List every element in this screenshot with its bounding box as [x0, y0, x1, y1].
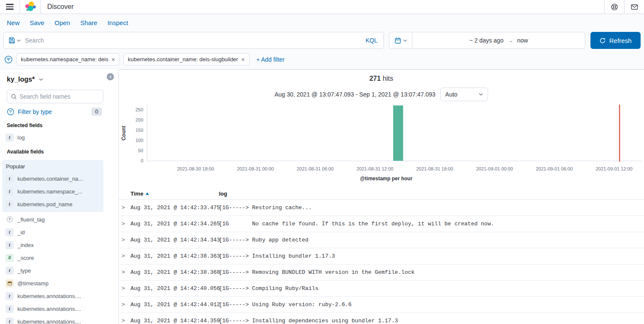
table-row: >Aug 31, 2021 @ 14:42:40.056[1G-----> Co… — [119, 281, 644, 297]
field-item[interactable]: tkubernetes.pod_name — [2, 198, 103, 210]
saved-query-menu-button[interactable] — [4, 32, 25, 48]
field-item[interactable]: tkubernetes.namespace_... — [2, 185, 103, 198]
query-language-button[interactable]: KQL — [360, 37, 383, 44]
field-item[interactable]: tlog — [0, 131, 105, 144]
svg-text:150: 150 — [136, 128, 143, 133]
field-item[interactable]: t_index — [0, 239, 105, 251]
interval-select[interactable]: Auto — [440, 88, 488, 101]
expand-row-button[interactable]: > — [119, 253, 131, 259]
expand-row-button[interactable]: > — [119, 269, 131, 276]
expand-row-button[interactable]: > — [119, 285, 131, 292]
interval-value: Auto — [445, 91, 457, 98]
date-field-type-icon — [6, 279, 14, 287]
field-name: _fluent_tag — [17, 216, 45, 223]
row-log-cell: [1G-----> Installing bundler 1.17.3 — [219, 253, 644, 259]
field-item[interactable]: #_score — [0, 251, 105, 264]
nav-item-new[interactable]: New — [3, 19, 25, 26]
svg-text:2021-08-31 06:00: 2021-08-31 06:00 — [297, 166, 334, 171]
field-name: _score — [17, 255, 34, 261]
time-range-display[interactable]: ~ 2 days ago → now — [412, 32, 585, 48]
help-button[interactable] — [604, 0, 624, 14]
menu-bar: NewSaveOpenShareInspect — [0, 14, 644, 31]
row-log-cell: [1G-----> Installing dependencies using … — [219, 318, 644, 324]
filter-pill[interactable]: kubernetes.container_name: deis-slugbuil… — [123, 53, 250, 65]
filter-in-circle-icon[interactable] — [4, 55, 13, 64]
row-log-cell: [1G-----> Removing BUNDLED WITH version … — [219, 269, 644, 276]
field-item[interactable]: tkubernetes.annotations.... — [0, 302, 105, 315]
filter-by-type-button[interactable]: Filter by type 0 — [7, 108, 102, 116]
table-row: >Aug 31, 2021 @ 14:42:33.475[1G-----> Re… — [119, 200, 644, 216]
log-column-label: log — [219, 190, 227, 197]
time-column-label: Time — [131, 190, 143, 197]
table-header: Time log — [119, 188, 644, 200]
unknown-field-type-icon: ? — [6, 216, 14, 224]
field-name: _id — [17, 229, 25, 236]
collapse-sidebar-button[interactable] — [107, 73, 114, 80]
chevron-down-icon — [17, 39, 21, 42]
string-field-type-icon: t — [6, 175, 14, 183]
field-item[interactable]: tkubernetes.annotations.... — [0, 315, 105, 324]
filter-pill[interactable]: kubernetes.namespace_name: deis× — [16, 53, 120, 65]
nav-item-save[interactable]: Save — [25, 19, 49, 26]
newsfeed-button[interactable] — [624, 0, 644, 14]
quick-select-menu-button[interactable] — [389, 32, 412, 48]
row-time-cell: Aug 31, 2021 @ 14:42:33.475 — [131, 205, 219, 211]
field-name: _type — [17, 267, 31, 274]
discover-panel: 271 hits Aug 30, 2021 @ 13:07:47.093 - S… — [118, 69, 644, 324]
field-search-input[interactable] — [20, 93, 99, 100]
chevron-down-icon — [39, 78, 43, 81]
field-sidebar: ky_logs* Filter by type 0 Selected field… — [0, 69, 105, 324]
remove-filter-icon[interactable]: × — [111, 56, 115, 63]
field-item[interactable]: ?_fluent_tag — [0, 213, 105, 226]
row-time-cell: Aug 31, 2021 @ 14:42:34.265 — [131, 221, 219, 227]
log-column-header[interactable]: log — [219, 190, 644, 197]
expand-row-button[interactable]: > — [119, 318, 131, 324]
field-name: kubernetes.annotations.... — [17, 293, 81, 299]
histogram-chart: Count0501001502002502021-08-30 18:002021… — [119, 103, 644, 185]
string-field-type-icon: t — [6, 241, 14, 249]
remove-filter-icon[interactable]: × — [241, 56, 245, 63]
hits-label: hits — [383, 75, 393, 82]
filter-bar: kubernetes.namespace_name: deis×kubernet… — [0, 52, 644, 66]
field-name: kubernetes.pod_name — [17, 201, 72, 207]
field-item[interactable]: t_type — [0, 264, 105, 277]
nav-item-inspect[interactable]: Inspect — [102, 19, 133, 26]
field-name: kubernetes.annotations.... — [17, 318, 81, 324]
refresh-button[interactable]: Refresh — [590, 32, 641, 49]
expand-row-button[interactable]: > — [119, 237, 131, 243]
field-name: kubernetes.namespace_... — [17, 188, 82, 195]
field-item[interactable]: t_id — [0, 226, 105, 239]
nav-item-share[interactable]: Share — [75, 19, 102, 26]
refresh-label: Refresh — [609, 37, 632, 44]
field-item[interactable]: tkubernetes.annotations.... — [0, 290, 105, 302]
popular-fields-list: tkubernetes.container_na...tkubernetes.n… — [2, 172, 103, 210]
top-bar: Discover — [0, 0, 644, 14]
filter-by-type-label: Filter by type — [18, 108, 52, 115]
elastic-logo[interactable] — [20, 1, 40, 13]
histogram-bar[interactable] — [393, 105, 403, 161]
field-item[interactable]: tkubernetes.container_na... — [2, 172, 103, 185]
index-pattern-selector[interactable]: ky_logs* — [0, 74, 105, 85]
field-item[interactable]: @timestamp — [0, 277, 105, 290]
hamburger-icon — [6, 4, 14, 10]
field-name: kubernetes.container_na... — [17, 176, 83, 182]
row-log-cell: [1G-----> Compiling Ruby/Rails — [219, 285, 644, 292]
hits-count: 271 — [369, 75, 381, 82]
nav-item-open[interactable]: Open — [49, 19, 75, 26]
search-input[interactable] — [25, 37, 360, 44]
expand-row-button[interactable]: > — [119, 221, 131, 227]
selected-fields-heading: Selected fields — [0, 117, 105, 131]
expand-row-button[interactable]: > — [119, 205, 131, 211]
calendar-icon — [394, 37, 401, 44]
svg-text:@timestamp per hour: @timestamp per hour — [360, 176, 413, 182]
expand-row-button[interactable]: > — [119, 301, 131, 308]
question-icon: ? — [7, 216, 13, 222]
time-range-to[interactable]: now — [517, 37, 528, 44]
sort-ascending-icon — [145, 192, 149, 195]
row-time-cell: Aug 31, 2021 @ 14:42:38.368 — [131, 269, 219, 276]
time-column-header[interactable]: Time — [131, 190, 219, 197]
menu-hamburger-button[interactable] — [0, 0, 20, 14]
available-fields-heading: Available fields — [0, 144, 105, 157]
add-filter-button[interactable]: + Add filter — [256, 56, 285, 63]
time-range-from[interactable]: ~ 2 days ago — [469, 37, 504, 44]
